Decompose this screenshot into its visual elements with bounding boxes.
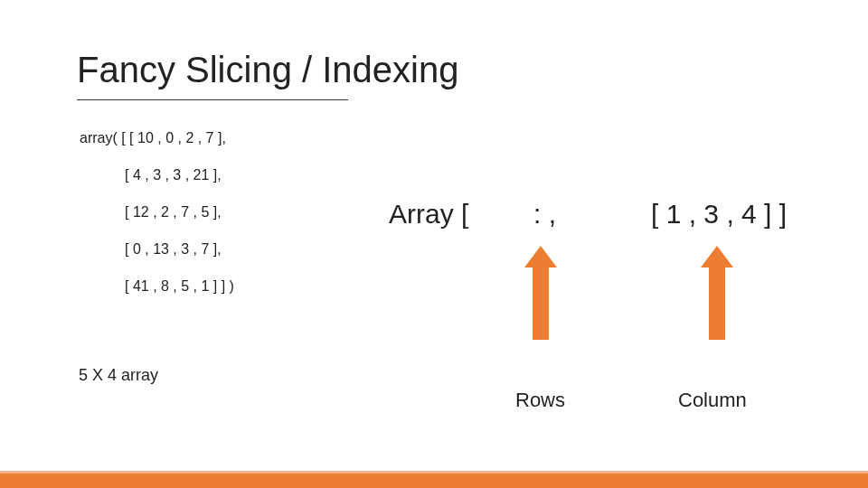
expr-cols-part: [ 1 , 3 , 4 ] ]: [651, 199, 787, 230]
array-literal: array( [ [ 10 , 0 , 2 , 7 ], [ 4 , 3 , 3…: [80, 131, 234, 316]
title-underline: [77, 99, 348, 100]
dimension-note: 5 X 4 array: [79, 366, 158, 385]
array-row: [ 4 , 3 , 3 , 21 ],: [80, 168, 234, 183]
arrow-up-icon: [701, 246, 733, 340]
slide: Fancy Slicing / Indexing array( [ [ 10 ,…: [0, 0, 868, 488]
array-row: [ 41 , 8 , 5 , 1 ] ] ): [80, 279, 234, 294]
column-label: Column: [678, 389, 747, 412]
array-row: [ 12 , 2 , 7 , 5 ],: [80, 205, 234, 220]
expr-array-open: Array [: [389, 199, 468, 230]
footer-accent-bar: [0, 474, 868, 488]
arrow-up-icon: [524, 246, 557, 340]
array-row: [ 0 , 13 , 3 , 7 ],: [80, 242, 234, 257]
array-row: array( [ [ 10 , 0 , 2 , 7 ],: [80, 131, 234, 145]
rows-label: Rows: [515, 389, 565, 412]
slide-title: Fancy Slicing / Indexing: [77, 50, 458, 90]
expr-rows-part: : ,: [533, 199, 556, 230]
